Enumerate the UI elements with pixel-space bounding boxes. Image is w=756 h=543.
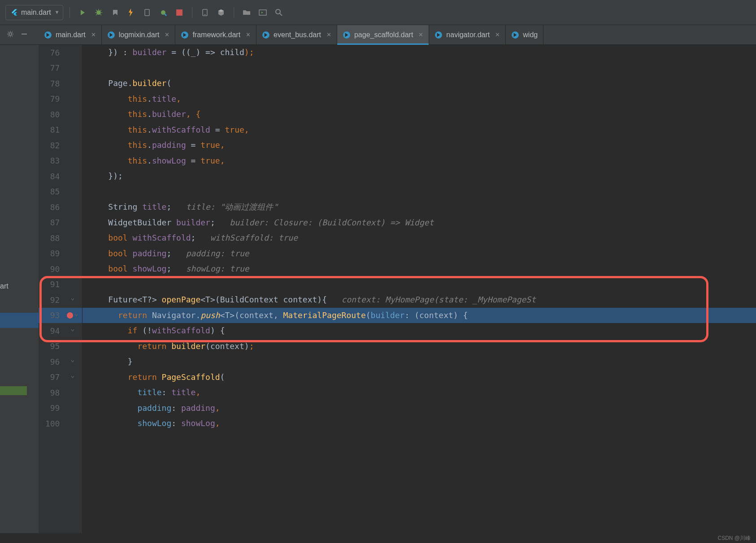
line-number: 95 — [39, 341, 64, 351]
tab-framework-dart[interactable]: framework.dart✕ — [175, 25, 256, 44]
gutter-row[interactable]: 88 — [39, 230, 82, 246]
code-line[interactable]: title: title, — [83, 385, 756, 401]
gutter-row[interactable]: 76 — [39, 45, 82, 60]
tab-main-dart[interactable]: main.dart✕ — [39, 25, 102, 44]
gutter-row[interactable]: 94 — [39, 323, 82, 339]
gutter-row[interactable]: 79 — [39, 91, 82, 107]
code-line[interactable] — [83, 184, 756, 200]
fold-handle-icon[interactable] — [70, 328, 76, 333]
gutter-row[interactable]: 89 — [39, 246, 82, 262]
code-line[interactable]: bool showLog; showLog: true — [83, 261, 756, 277]
code-line[interactable]: Page.builder( — [83, 76, 756, 91]
svg-rect-3 — [176, 9, 182, 16]
gutter-row[interactable]: 90 — [39, 261, 82, 277]
line-number: 93 — [39, 310, 64, 320]
gear-icon[interactable] — [6, 30, 14, 40]
coverage-icon[interactable] — [109, 6, 121, 19]
code-line[interactable]: this.padding = true, — [83, 138, 756, 153]
code-line[interactable]: bool withScaffold; withScaffold: true — [83, 230, 756, 246]
dart-file-icon — [511, 31, 519, 39]
hot-reload-icon[interactable] — [141, 6, 153, 19]
code-line[interactable]: this.builder, { — [83, 107, 756, 122]
gutter-row[interactable]: 81 — [39, 122, 82, 138]
gutter-row[interactable]: 84 — [39, 168, 82, 184]
close-icon[interactable]: ✕ — [495, 31, 500, 38]
gutter-row[interactable]: 95 — [39, 339, 82, 354]
gutter-row[interactable]: 80 — [39, 107, 82, 122]
code-line[interactable]: showLog: showLog, — [83, 416, 756, 431]
code-line[interactable]: this.title, — [83, 91, 756, 107]
run-config-dropdown[interactable]: main.dart ▼ — [5, 5, 63, 20]
gutter-row[interactable]: 77 — [39, 60, 82, 76]
run-icon[interactable] — [76, 6, 89, 19]
close-icon[interactable]: ✕ — [326, 31, 331, 38]
tab-widg[interactable]: widg — [506, 25, 543, 44]
code-line[interactable]: this.showLog = true, — [83, 153, 756, 169]
gutter-row[interactable]: 78 — [39, 76, 82, 91]
gutter-row[interactable]: 86 — [39, 199, 82, 215]
separator — [234, 7, 234, 18]
debug-icon[interactable] — [92, 6, 105, 19]
folder-icon[interactable] — [240, 6, 253, 19]
line-number: 81 — [39, 125, 64, 134]
gutter-row[interactable]: 99 — [39, 401, 82, 416]
tab-event_bus-dart[interactable]: event_bus.dart✕ — [256, 25, 337, 44]
code-line[interactable]: WidgetBuilder builder; builder: Closure:… — [83, 215, 756, 231]
device-icon[interactable] — [199, 6, 211, 19]
code-line[interactable]: }); — [83, 168, 756, 184]
gutter-row[interactable]: 96 — [39, 354, 82, 370]
close-icon[interactable]: ✕ — [418, 31, 423, 38]
attach-debugger-icon[interactable] — [157, 6, 169, 19]
gutter-row[interactable]: 98 — [39, 385, 82, 401]
svg-point-0 — [96, 10, 101, 15]
gutter-row[interactable]: 100 — [39, 416, 82, 431]
line-number: 85 — [39, 187, 64, 196]
gutter-row[interactable]: 85 — [39, 184, 82, 200]
tab-logmixin-dart[interactable]: logmixin.dart✕ — [102, 25, 176, 44]
code-line[interactable]: this.withScaffold = true, — [83, 122, 756, 138]
profile-icon[interactable] — [125, 6, 137, 19]
line-number: 97 — [39, 372, 64, 382]
gutter-row[interactable]: 91 — [39, 277, 82, 293]
gutter-row[interactable]: 82 — [39, 138, 82, 153]
line-number: 99 — [39, 403, 64, 413]
gutter-row[interactable]: 83 — [39, 153, 82, 169]
code-line[interactable]: if (!withScaffold) { — [83, 323, 756, 339]
dart-file-icon — [181, 31, 189, 39]
fold-handle-icon[interactable] — [74, 313, 79, 318]
code-line[interactable]: bool padding; padding: true — [83, 246, 756, 262]
search-icon[interactable] — [273, 6, 285, 19]
code-area[interactable]: }) : builder = ((_) => child); Page.buil… — [83, 45, 756, 431]
run-window-icon[interactable] — [256, 6, 269, 19]
tab-page_scaffold-dart[interactable]: page_scaffold.dart✕ — [337, 25, 429, 44]
collapse-icon[interactable] — [21, 30, 28, 39]
fold-handle-icon[interactable] — [70, 297, 76, 302]
code-line[interactable]: String title; title: "动画过渡组件" — [83, 199, 756, 215]
close-icon[interactable]: ✕ — [165, 31, 169, 38]
fold-handle-icon[interactable] — [70, 375, 76, 380]
code-line[interactable] — [83, 277, 756, 293]
code-line[interactable]: } — [83, 354, 756, 370]
line-number: 80 — [39, 110, 64, 119]
close-icon[interactable]: ✕ — [91, 31, 96, 38]
code-editor[interactable]: 7677787980818283848586878889909192939495… — [39, 45, 756, 533]
gutter-row[interactable]: 87 — [39, 215, 82, 231]
tab-navigator-dart[interactable]: navigator.dart✕ — [429, 25, 506, 44]
tab-label: event_bus.dart — [274, 31, 321, 39]
code-line[interactable]: return PageScaffold( — [83, 370, 756, 385]
code-line[interactable]: return Navigator.push<T>(context, Materi… — [83, 308, 756, 323]
code-line[interactable]: Future<T?> openPage<T>(BuildContext cont… — [83, 292, 756, 308]
stop-icon[interactable] — [173, 6, 186, 19]
code-line[interactable]: return builder(context); — [83, 339, 756, 354]
code-line[interactable] — [83, 60, 756, 76]
close-icon[interactable]: ✕ — [246, 31, 251, 38]
code-line[interactable]: padding: padding, — [83, 401, 756, 416]
line-number: 76 — [39, 48, 64, 57]
breakpoint-icon[interactable] — [67, 312, 73, 319]
gutter-row[interactable]: 93 — [39, 308, 82, 323]
cube-icon[interactable] — [215, 6, 227, 19]
gutter-row[interactable]: 92 — [39, 292, 82, 308]
gutter-row[interactable]: 97 — [39, 370, 82, 385]
fold-handle-icon[interactable] — [70, 359, 76, 364]
code-line[interactable]: }) : builder = ((_) => child); — [83, 45, 756, 60]
